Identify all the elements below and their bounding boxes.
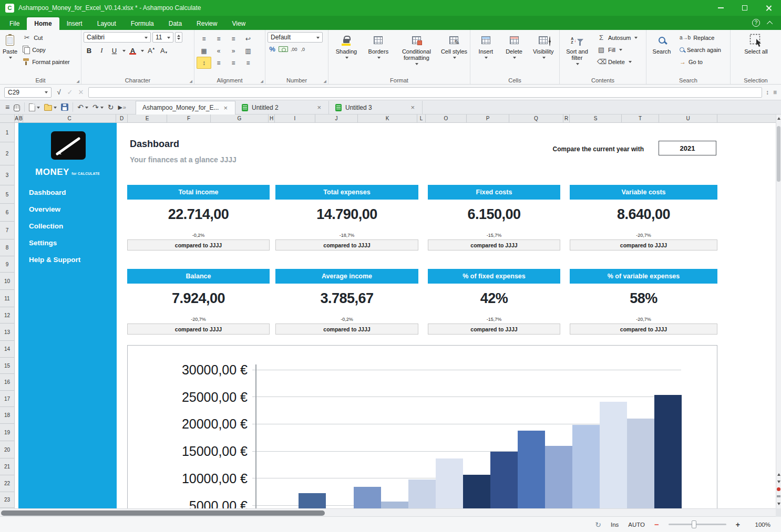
row-header-22[interactable]: 22 [0,475,14,492]
align-top-button[interactable]: ≡ [197,33,211,45]
row-header-19[interactable]: 19 [0,424,14,441]
sheet-canvas[interactable]: MONEY for CALCULATE DashboardOverviewCol… [15,123,776,508]
menu-tab-data[interactable]: Data [161,17,189,30]
row-header-21[interactable]: 21 [0,458,14,475]
row-header-10[interactable]: 10 [0,273,14,290]
row-header-1[interactable]: 1 [0,123,14,142]
menu-tab-layout[interactable]: Layout [90,17,124,30]
zoom-slider[interactable] [669,524,726,525]
row-header-18[interactable]: 18 [0,407,14,424]
close-tab-icon[interactable]: × [316,103,322,111]
column-header-P[interactable]: P [467,114,509,122]
edit-dialog-launcher-icon[interactable]: ◢ [77,79,79,83]
pointer-button[interactable]: ▶» [116,101,128,113]
document-tab[interactable]: Untitled 3× [329,101,423,114]
row-header-17[interactable]: 17 [0,391,14,407]
accept-icon[interactable]: ✓ [66,88,74,96]
zoom-level[interactable]: 100% [749,521,770,528]
undo-button[interactable]: ↶ [75,101,90,113]
compare-year-input[interactable]: 2021 [659,141,716,155]
row-header-2[interactable]: 2 [0,142,14,165]
zoom-in-button[interactable]: + [736,520,740,529]
delete-cells-button[interactable]: Delete [501,32,528,60]
sidebar-item-dashboard[interactable]: Dashboard [29,184,114,201]
column-header-O[interactable]: O [426,114,467,122]
currency-format-button[interactable] [279,46,288,52]
formula-input[interactable] [88,87,762,98]
column-header-K[interactable]: K [358,114,417,122]
sidebar-item-help-support[interactable]: Help & Support [29,251,114,268]
visibility-button[interactable]: Visibility [529,32,558,60]
font-size-spinner[interactable] [175,32,182,43]
add-decimal-button[interactable]: ,00 [290,46,299,53]
row-header-8[interactable]: 8 [0,239,14,256]
row-header-12[interactable]: 12 [0,307,14,324]
paste-button[interactable]: Paste [2,32,18,60]
open-button[interactable] [42,101,59,113]
cell-reference-box[interactable]: C29 [4,87,52,98]
fill-button[interactable]: ▧Fill [595,44,640,55]
sidebar-item-settings[interactable]: Settings [29,234,114,251]
percent-format-button[interactable]: % [268,45,277,53]
shading-button[interactable]: Shading [331,32,362,60]
row-header-15[interactable]: 15 [0,358,14,374]
help-icon[interactable]: ? [752,19,760,27]
format-painter-button[interactable]: Format painter [20,56,72,67]
align-center-button[interactable]: ≡ [226,57,241,69]
row-header-14[interactable]: 14 [0,341,14,358]
autosum-button[interactable]: ΣAutosum [595,32,640,43]
row-header-5[interactable]: 5 [0,185,14,204]
column-header-B[interactable]: B [19,114,23,122]
borders-picker-button[interactable]: ▦ [197,45,211,57]
close-button[interactable] [757,0,781,16]
merge-cells-button[interactable]: ▥ [241,45,255,57]
column-header-G[interactable]: G [211,114,269,122]
menu-tab-home[interactable]: Home [27,17,59,30]
column-header-J[interactable]: J [315,114,358,122]
column-header-F[interactable]: F [167,114,211,122]
minimize-button[interactable] [708,0,733,16]
font-color-button[interactable]: A [127,45,138,56]
font-color-options-icon[interactable] [141,50,144,54]
align-bottom-button[interactable]: ≡ [226,33,241,45]
row-header-11[interactable]: 11 [0,290,14,307]
borders-button[interactable]: Borders [364,32,393,60]
collapse-ribbon-icon[interactable] [767,20,773,26]
column-header-Q[interactable]: Q [509,114,563,122]
go-to-button[interactable]: →Go to [677,56,723,67]
save-button[interactable] [59,101,70,113]
sheet-next-button[interactable] [776,478,781,485]
menu-tab-review[interactable]: Review [189,17,224,30]
refresh-button[interactable]: ↻ [106,101,116,113]
grow-font-button[interactable]: A▴ [146,45,157,56]
close-tab-icon[interactable]: × [409,103,416,111]
sidebar-item-overview[interactable]: Overview [29,201,114,217]
redo-button[interactable]: ↷ [90,101,106,113]
split-view-button[interactable] [776,493,781,500]
scroll-down-button[interactable] [776,500,781,507]
horizontal-scrollbar[interactable] [0,508,776,517]
row-header-13[interactable]: 13 [0,324,14,341]
column-header-L[interactable]: L [417,114,426,122]
character-dialog-launcher-icon[interactable]: ◢ [190,79,192,83]
sync-icon[interactable]: ↻ [595,520,601,529]
column-header-C[interactable]: C [23,114,116,122]
delete-contents-button[interactable]: ⌫Delete [595,56,640,67]
column-header-H[interactable]: H [269,114,275,122]
formula-bar-resize-icon[interactable]: ↕ [766,89,769,96]
bold-button[interactable]: B [84,45,95,56]
column-header-I[interactable]: I [275,114,315,122]
sort-and-filter-button[interactable]: AZ↓ Sort and filter [562,32,592,67]
column-header-D[interactable]: D [116,114,128,122]
insert-mode-indicator[interactable]: Ins [611,521,619,528]
wrap-text-button[interactable]: ↩ [241,33,255,45]
formula-icon[interactable]: √ [55,88,63,96]
search-button[interactable]: Search [649,32,675,56]
maximize-button[interactable] [733,0,757,16]
align-left-button[interactable]: ≡ [211,57,226,69]
column-header-A[interactable]: A [15,114,19,122]
align-middle-button[interactable]: ≡ [211,33,226,45]
align-right-button[interactable]: ≡ [241,57,255,69]
font-size-select[interactable]: 11 [152,32,173,43]
replace-button[interactable]: a→bReplace [677,32,723,43]
